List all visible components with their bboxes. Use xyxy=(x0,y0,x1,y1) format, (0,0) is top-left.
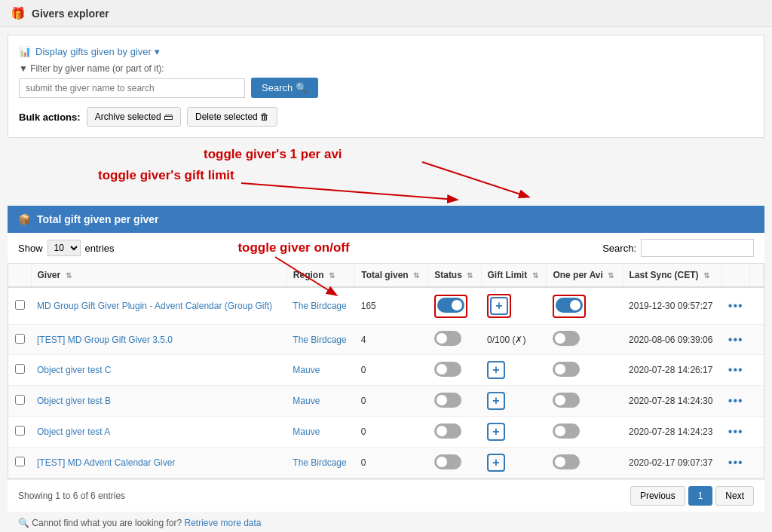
gift-limit-text: 0/100 (✗) xyxy=(487,335,525,345)
archive-selected-button[interactable]: Archive selected 🗃 xyxy=(87,107,181,127)
search-row: Search 🔍 xyxy=(19,78,753,98)
gift-limit-plus-btn[interactable]: + xyxy=(490,297,508,315)
status-toggle[interactable] xyxy=(434,362,461,377)
status-toggle[interactable] xyxy=(434,331,461,346)
table-body: MD Group Gift Giver Plugin - Advent Cale… xyxy=(8,287,764,478)
one-per-avi-toggle[interactable] xyxy=(553,331,580,346)
gift-limit-plus-btn[interactable]: + xyxy=(487,361,505,379)
row-menu-button[interactable]: ••• xyxy=(728,394,743,407)
last-sync-cell: 2020-07-28 14:24:23 xyxy=(623,417,722,448)
th-checkbox xyxy=(8,264,31,287)
entries-select[interactable]: 10 25 50 xyxy=(47,240,81,256)
show-entries: Show 10 25 50 entries xyxy=(18,240,115,256)
search-label: Search: xyxy=(602,243,636,254)
one-per-avi-toggle[interactable] xyxy=(553,393,580,408)
total-given-cell: 0 xyxy=(355,386,428,417)
row-menu-button[interactable]: ••• xyxy=(728,363,743,376)
giver-link[interactable]: MD Group Gift Giver Plugin - Advent Cale… xyxy=(37,301,272,311)
th-gift-limit[interactable]: Gift Limit ⇅ xyxy=(481,264,547,287)
table-controls: Show 10 25 50 entries toggle giver on/of… xyxy=(8,233,764,263)
one-per-avi-toggle[interactable] xyxy=(556,298,583,313)
giver-link[interactable]: [TEST] MD Group Gift Giver 3.5.0 xyxy=(37,335,173,345)
th-last-sync[interactable]: Last Sync (CET) ⇅ xyxy=(623,264,722,287)
table-row: Object giver test AMauve0+2020-07-28 14:… xyxy=(8,417,764,448)
one-per-avi-toggle[interactable] xyxy=(553,362,580,377)
region-link[interactable]: Mauve xyxy=(293,396,320,406)
annotation-arrows2 xyxy=(8,145,764,206)
gift-limit-plus-btn[interactable]: + xyxy=(487,423,505,441)
annotation-arrow3 xyxy=(237,257,388,302)
controls-panel: 📊 Display gifts given by giver ▾ ▼ Filte… xyxy=(8,35,764,138)
row-checkbox[interactable] xyxy=(15,426,25,436)
app-icon: 🎁 xyxy=(11,6,26,20)
bulk-actions-row: Bulk actions: Archive selected 🗃 Delete … xyxy=(19,107,753,127)
table-header-bar: 📦 Total gift given per giver xyxy=(8,206,764,233)
empty-cell xyxy=(750,287,764,325)
th-actions1 xyxy=(722,264,750,287)
one-per-avi-toggle[interactable] xyxy=(553,454,580,469)
previous-button[interactable]: Previous xyxy=(630,486,685,506)
annotation-area: toggle giver's 1 per avi toggle giver's … xyxy=(8,145,764,206)
table-search-input[interactable] xyxy=(641,239,754,257)
row-checkbox[interactable] xyxy=(15,457,25,466)
last-sync-cell: 2020-07-28 14:26:17 xyxy=(623,355,722,386)
display-gifts-link[interactable]: Display gifts given by giver ▾ xyxy=(35,46,160,57)
retrieve-data-link[interactable]: Retrieve more data xyxy=(184,518,261,528)
row-checkbox[interactable] xyxy=(15,334,25,344)
one-per-avi-toggle[interactable] xyxy=(553,423,580,439)
status-toggle[interactable] xyxy=(434,393,461,408)
empty-cell xyxy=(750,417,764,448)
gift-limit-plus-btn[interactable]: + xyxy=(487,392,505,410)
table-row: [TEST] MD Advent Calendar GiverThe Birdc… xyxy=(8,448,764,478)
search-button[interactable]: Search 🔍 xyxy=(251,78,318,98)
giver-link[interactable]: Object giver test C xyxy=(37,365,112,375)
table-header-title: Total gift given per giver xyxy=(37,213,159,225)
last-sync-cell: 2020-07-28 14:24:30 xyxy=(623,386,722,417)
region-link[interactable]: Mauve xyxy=(293,427,320,437)
bulk-label: Bulk actions: xyxy=(19,112,81,123)
empty-cell xyxy=(750,386,764,417)
table-footer: Showing 1 to 6 of 6 entries Previous 1 N… xyxy=(8,479,764,512)
region-link[interactable]: The Birdcage xyxy=(293,301,346,311)
row-menu-button[interactable]: ••• xyxy=(728,333,743,346)
table-row: Object giver test BMauve0+2020-07-28 14:… xyxy=(8,386,764,417)
status-toggle[interactable] xyxy=(434,454,461,469)
giver-link[interactable]: Object giver test B xyxy=(37,396,111,406)
giver-link[interactable]: [TEST] MD Advent Calendar Giver xyxy=(37,457,175,468)
region-link[interactable]: The Birdcage xyxy=(293,335,346,345)
row-checkbox[interactable] xyxy=(15,395,25,405)
empty-cell xyxy=(750,355,764,386)
svg-line-1 xyxy=(241,183,456,200)
row-menu-button[interactable]: ••• xyxy=(728,456,743,469)
giver-search-input[interactable] xyxy=(19,78,245,98)
giver-link[interactable]: Object giver test A xyxy=(37,427,110,437)
display-row: 📊 Display gifts given by giver ▾ xyxy=(19,46,753,57)
region-link[interactable]: The Birdcage xyxy=(293,457,346,468)
row-checkbox[interactable] xyxy=(15,364,25,374)
next-button[interactable]: Next xyxy=(715,486,754,506)
not-found-text: Cannot find what you are looking for? xyxy=(32,518,182,528)
row-menu-button[interactable]: ••• xyxy=(728,299,743,312)
table-header-icon: 📦 xyxy=(18,213,31,225)
total-given-cell: 0 xyxy=(355,448,428,478)
annotation-toggle-giver: toggle giver on/off xyxy=(237,240,349,255)
th-one-per-avi[interactable]: One per Avi ⇅ xyxy=(547,264,623,287)
last-sync-cell: 2020-02-17 09:07:37 xyxy=(623,448,722,478)
th-actions2 xyxy=(750,264,764,287)
bottom-link: 🔍 Cannot find what you are looking for? … xyxy=(8,512,764,532)
row-checkbox[interactable] xyxy=(15,300,25,310)
status-toggle[interactable] xyxy=(434,423,461,439)
th-status[interactable]: Status ⇅ xyxy=(428,264,481,287)
showing-text: Showing 1 to 6 of 6 entries xyxy=(18,491,125,501)
filter-icon: ▼ xyxy=(19,63,28,74)
last-sync-cell: 2019-12-30 09:57:27 xyxy=(623,287,722,325)
row-menu-button[interactable]: ••• xyxy=(728,425,743,438)
table-search: Search: xyxy=(602,239,754,257)
page-1-button[interactable]: 1 xyxy=(688,486,713,506)
total-given-cell: 0 xyxy=(355,417,428,448)
status-toggle[interactable] xyxy=(437,298,464,313)
delete-selected-button[interactable]: Delete selected 🗑 xyxy=(187,107,277,127)
region-link[interactable]: Mauve xyxy=(293,365,320,375)
gift-limit-plus-btn[interactable]: + xyxy=(487,454,505,472)
show-label: Show xyxy=(18,243,43,254)
